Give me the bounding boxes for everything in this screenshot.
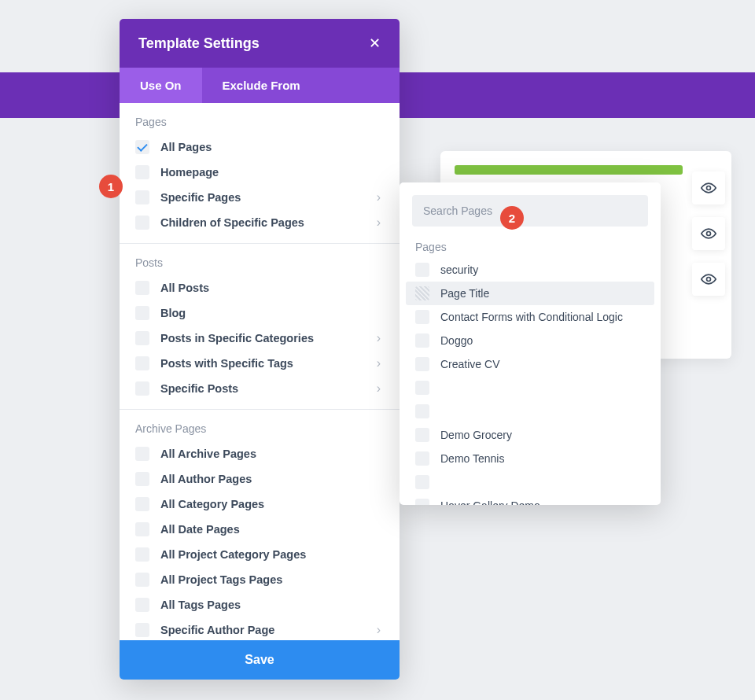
checkbox[interactable]: [135, 573, 149, 587]
flyout-item[interactable]: Demo Grocery: [400, 423, 661, 447]
checkbox[interactable]: [135, 598, 149, 612]
checkbox[interactable]: [135, 472, 149, 486]
option-label: Homepage: [160, 166, 384, 179]
checkbox[interactable]: [135, 547, 149, 562]
annotation-badge-2: 2: [500, 206, 524, 230]
option-label: All Archive Pages: [160, 448, 384, 460]
checkbox[interactable]: [135, 522, 149, 536]
option-label: Posts in Specific Categories: [160, 332, 377, 344]
section-title: Archive Pages: [120, 422, 400, 441]
checkbox[interactable]: [415, 451, 429, 466]
option-item[interactable]: All Author Pages: [120, 466, 400, 492]
tab-use-on[interactable]: Use On: [120, 68, 202, 103]
section: Archive PagesAll Archive PagesAll Author…: [120, 410, 400, 640]
option-label: All Project Tags Pages: [160, 573, 384, 586]
search-input[interactable]: Search Pages: [412, 195, 648, 227]
svg-point-1: [707, 232, 711, 236]
option-item[interactable]: All Pages: [120, 134, 400, 160]
checkbox[interactable]: [415, 357, 429, 371]
checkbox[interactable]: [415, 475, 429, 489]
option-item[interactable]: Specific Posts›: [120, 376, 400, 401]
flyout-item-label: Demo Tennis: [440, 452, 504, 465]
option-label: Specific Posts: [160, 382, 377, 395]
option-item[interactable]: Homepage: [120, 160, 400, 185]
chevron-right-icon: ›: [377, 331, 384, 345]
checkbox[interactable]: [135, 190, 149, 204]
green-accent: [455, 165, 683, 175]
option-label: Children of Specific Pages: [160, 216, 377, 229]
modal-body: PagesAll PagesHomepageSpecific Pages›Chi…: [120, 103, 400, 640]
option-item[interactable]: All Project Category Pages: [120, 542, 400, 567]
flyout-item[interactable]: Doggo: [400, 329, 661, 352]
annotation-badge-1: 1: [99, 175, 123, 198]
checkbox[interactable]: [415, 381, 429, 395]
checkbox[interactable]: [415, 333, 429, 348]
checkbox[interactable]: [135, 216, 149, 230]
chevron-right-icon: ›: [377, 623, 384, 637]
flyout-item-label: Creative CV: [440, 358, 499, 370]
checkbox[interactable]: [135, 331, 149, 345]
flyout-item[interactable]: [400, 376, 661, 400]
section: PagesAll PagesHomepageSpecific Pages›Chi…: [120, 103, 400, 244]
flyout-item[interactable]: Contact Forms with Conditional Logic: [400, 305, 661, 329]
option-item[interactable]: Specific Pages›: [120, 185, 400, 210]
svg-point-2: [707, 278, 711, 282]
flyout-item-label: Contact Forms with Conditional Logic: [440, 311, 623, 323]
option-item[interactable]: Posts with Specific Tags›: [120, 351, 400, 376]
option-label: All Posts: [160, 282, 384, 294]
checkbox[interactable]: [135, 497, 149, 511]
checkbox[interactable]: [135, 356, 149, 370]
option-item[interactable]: Blog: [120, 300, 400, 326]
flyout-item[interactable]: [400, 470, 661, 494]
option-item[interactable]: All Archive Pages: [120, 441, 400, 466]
option-item[interactable]: Specific Author Page›: [120, 617, 400, 640]
chevron-right-icon: ›: [377, 381, 384, 396]
checkbox[interactable]: [135, 165, 149, 179]
option-item[interactable]: All Project Tags Pages: [120, 567, 400, 592]
modal-header: Template Settings ✕: [120, 19, 400, 68]
section-title: Pages: [120, 116, 400, 134]
option-item[interactable]: Children of Specific Pages›: [120, 210, 400, 235]
checkbox[interactable]: [415, 499, 429, 505]
preview-button[interactable]: [692, 263, 725, 296]
option-label: All Date Pages: [160, 523, 384, 536]
option-label: Posts with Specific Tags: [160, 357, 377, 370]
checkbox[interactable]: [415, 263, 429, 277]
tab-exclude-from[interactable]: Exclude From: [202, 68, 321, 103]
checkbox[interactable]: [135, 306, 149, 320]
option-label: All Tags Pages: [160, 599, 384, 611]
checkbox[interactable]: [135, 281, 149, 295]
option-label: All Pages: [160, 141, 384, 153]
chevron-right-icon: ›: [377, 356, 384, 370]
option-item[interactable]: All Posts: [120, 275, 400, 300]
flyout-item[interactable]: [400, 400, 661, 423]
eye-icon: [701, 180, 716, 196]
checkbox[interactable]: [135, 381, 149, 396]
flyout-item[interactable]: security: [400, 258, 661, 282]
flyout-item[interactable]: Creative CV: [400, 352, 661, 376]
option-item[interactable]: All Tags Pages: [120, 592, 400, 617]
checkbox[interactable]: [415, 428, 429, 442]
modal-tabs: Use On Exclude From: [120, 68, 400, 103]
flyout-item-label: Page Title: [440, 287, 489, 300]
checkbox[interactable]: [415, 286, 429, 300]
flyout-item[interactable]: Demo Tennis: [400, 447, 661, 470]
checkbox[interactable]: [135, 140, 149, 154]
flyout-item[interactable]: Page Title: [406, 282, 654, 305]
option-label: Specific Pages: [160, 191, 377, 204]
checkbox[interactable]: [135, 623, 149, 637]
option-item[interactable]: All Category Pages: [120, 492, 400, 517]
pages-flyout: Search Pages Pages securityPage TitleCon…: [400, 182, 661, 505]
checkbox[interactable]: [135, 447, 149, 461]
preview-button[interactable]: [692, 217, 725, 250]
eye-icon: [701, 226, 716, 241]
flyout-item-label: security: [440, 263, 478, 276]
option-item[interactable]: All Date Pages: [120, 517, 400, 542]
save-button[interactable]: Save: [120, 640, 400, 680]
option-item[interactable]: Posts in Specific Categories›: [120, 326, 400, 351]
close-icon[interactable]: ✕: [369, 35, 381, 52]
preview-button[interactable]: [692, 171, 725, 204]
checkbox[interactable]: [415, 404, 429, 418]
flyout-item[interactable]: Hover Gallery Demo: [400, 494, 661, 505]
checkbox[interactable]: [415, 310, 429, 324]
